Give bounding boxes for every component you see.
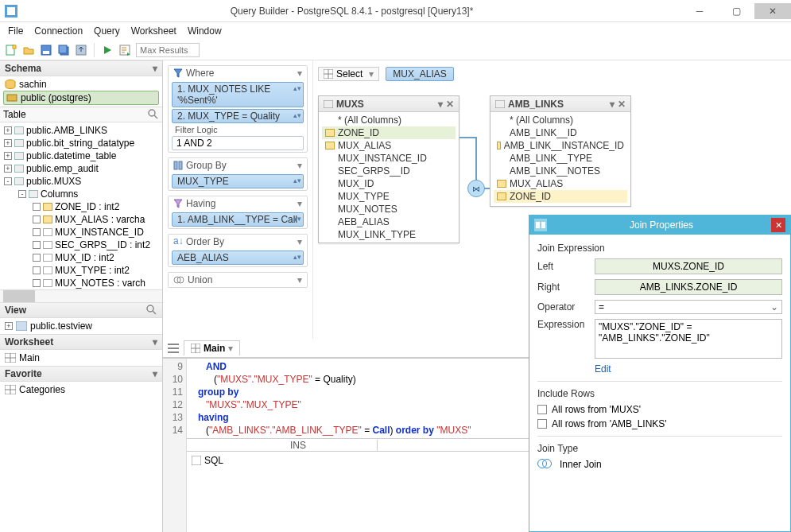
operator-combo[interactable]: =⌄	[595, 300, 782, 314]
expand-icon[interactable]	[33, 216, 41, 223]
tree-node[interactable]: MUX_NOTES : varch	[30, 277, 161, 289]
save-icon[interactable]	[40, 44, 52, 56]
table-tree[interactable]: +public.AMB_LINKS+public.bit_string_data…	[0, 122, 162, 289]
new-icon[interactable]	[5, 44, 17, 56]
where-row-1[interactable]: 1. MUX_NOTES LIKE '%Sent%'▴▾	[172, 82, 304, 107]
tree-node[interactable]: +public.emp_audit	[2, 162, 161, 175]
column-row[interactable]: MUX_ALIAS	[494, 177, 627, 190]
column-row[interactable]: AEB_ALIAS	[322, 216, 456, 228]
horizontal-scrollbar[interactable]	[0, 289, 162, 302]
orderby-header[interactable]: a↓z Order By ▾	[169, 235, 307, 249]
table-window-title[interactable]: AMB_LINKS ▾✕	[490, 96, 630, 112]
save-all-icon[interactable]	[57, 44, 70, 56]
hamburger-icon[interactable]	[168, 344, 179, 353]
favorite-item[interactable]: Categories	[3, 383, 159, 396]
menu-worksheet[interactable]: Worksheet	[131, 25, 176, 37]
column-row[interactable]: * (All Columns)	[322, 114, 456, 126]
select-field-pill[interactable]: MUX_ALIAS	[386, 67, 453, 81]
join-node[interactable]: ⋈	[467, 180, 485, 197]
sql-tab-main[interactable]: Main ▾	[184, 340, 240, 355]
tree-node[interactable]: ZONE_ID : int2	[30, 200, 161, 213]
expand-icon[interactable]	[33, 254, 41, 262]
table-window-muxs[interactable]: MUXS ▾✕ * (All Columns)ZONE_IDMUX_ALIASM…	[318, 95, 459, 243]
tree-node[interactable]: +public.bit_string_datatype	[2, 137, 161, 150]
column-row[interactable]: ZONE_ID	[494, 190, 627, 203]
max-results-input[interactable]	[136, 43, 200, 57]
schema-header[interactable]: Schema ▾	[0, 60, 162, 76]
tree-node[interactable]: MUX_INSTANCE_ID	[30, 226, 161, 239]
open-icon[interactable]	[22, 44, 35, 56]
column-row[interactable]: SEC_GRPS__ID	[322, 165, 456, 177]
expand-icon[interactable]	[33, 228, 41, 236]
expand-icon[interactable]	[33, 203, 41, 211]
expand-icon[interactable]: +	[4, 165, 12, 173]
expand-icon[interactable]: -	[18, 190, 26, 198]
tree-node[interactable]: SEC_GRPS__ID : int2	[30, 239, 161, 251]
run-script-icon[interactable]	[118, 44, 131, 56]
expand-icon[interactable]	[33, 241, 41, 249]
menu-file[interactable]: File	[8, 25, 23, 37]
tree-node[interactable]: +public.AMB_LINKS	[2, 124, 161, 137]
expand-icon[interactable]	[33, 266, 41, 274]
menu-connection[interactable]: Connection	[34, 25, 83, 37]
view-header[interactable]: View	[0, 302, 162, 318]
search-icon[interactable]	[146, 305, 157, 316]
column-row[interactable]: * (All Columns)	[494, 114, 627, 126]
view-item[interactable]: + public.testview	[3, 320, 159, 332]
column-row[interactable]: MUX_ID	[322, 177, 456, 190]
include-left-checkbox[interactable]: All rows from 'MUXS'	[537, 404, 782, 415]
table-window-title[interactable]: MUXS ▾✕	[319, 96, 459, 112]
close-icon[interactable]: ✕	[771, 218, 785, 232]
where-row-2[interactable]: 2. MUX_TYPE = Quality▴▾	[172, 109, 304, 123]
column-row[interactable]: AMB_LINK__NOTES	[494, 165, 627, 177]
expression-field[interactable]: "MUXS"."ZONE_ID" = "AMB_LINKS"."ZONE_ID"	[595, 319, 782, 359]
schema-user[interactable]: sachin	[3, 78, 159, 91]
union-header[interactable]: Union ▾	[169, 273, 307, 287]
column-row[interactable]	[494, 203, 627, 204]
export-icon[interactable]	[75, 44, 87, 56]
groupby-row[interactable]: MUX_TYPE▴▾	[172, 174, 304, 188]
select-dropdown[interactable]: Select ▾	[318, 67, 379, 81]
column-row[interactable]: ZONE_ID	[322, 126, 456, 139]
left-field[interactable]: MUXS.ZONE_ID	[595, 258, 782, 274]
tree-node[interactable]: MUX_ID : int2	[30, 251, 161, 264]
groupby-header[interactable]: Group By ▾	[169, 158, 307, 173]
expand-icon[interactable]	[33, 279, 41, 287]
column-row[interactable]: MUX_ALIAS	[322, 139, 456, 152]
menu-query[interactable]: Query	[94, 25, 120, 37]
having-header[interactable]: Having ▾	[169, 196, 307, 211]
column-row[interactable]: MUX_TYPE	[322, 190, 456, 203]
column-row[interactable]: MUX_NOTES	[322, 203, 456, 216]
tree-node[interactable]: MUX_ALIAS : varcha	[30, 213, 161, 226]
search-icon[interactable]	[148, 109, 159, 120]
orderby-row[interactable]: AEB_ALIAS▴▾	[172, 250, 304, 265]
schema-db-selected[interactable]: public (postgres)	[3, 91, 159, 105]
column-row[interactable]: AMB_LINK__INSTANCE_ID	[494, 139, 627, 152]
minimize-button[interactable]: ─	[681, 3, 718, 19]
column-row[interactable]: AMB_LINK__TYPE	[494, 152, 627, 165]
column-row[interactable]: AMB_LINK__ID	[494, 126, 627, 139]
menu-window[interactable]: Window	[188, 25, 222, 37]
having-row[interactable]: 1. AMB_LINK__TYPE = Call▴▾	[172, 212, 304, 227]
filter-logic-input[interactable]: 1 AND 2	[172, 136, 304, 150]
expand-icon[interactable]: -	[4, 177, 12, 185]
close-icon[interactable]: ✕	[446, 99, 454, 110]
run-icon[interactable]	[101, 44, 114, 56]
join-panel-title-bar[interactable]: Join Properties ✕	[529, 216, 790, 235]
worksheet-item[interactable]: Main	[3, 351, 159, 364]
expand-icon[interactable]: +	[4, 126, 12, 134]
favorite-header[interactable]: Favorite ▾	[0, 366, 162, 382]
column-row[interactable]: MUX_INSTANCE_ID	[322, 152, 456, 165]
edit-link[interactable]: Edit	[595, 363, 782, 375]
include-right-checkbox[interactable]: All rows from 'AMB_LINKS'	[537, 418, 782, 429]
expand-icon[interactable]: +	[5, 322, 13, 330]
column-row[interactable]: MUX_LINK_TYPE	[322, 228, 456, 241]
tree-node[interactable]: -Columns	[16, 188, 161, 200]
expand-icon[interactable]: +	[4, 152, 12, 160]
chevron-down-icon[interactable]: ▾	[438, 99, 443, 110]
where-header[interactable]: Where ▾	[169, 66, 307, 80]
close-button[interactable]: ✕	[754, 3, 791, 19]
right-field[interactable]: AMB_LINKS.ZONE_ID	[595, 279, 782, 295]
tree-node[interactable]: -public.MUXS	[2, 175, 161, 188]
worksheet-header[interactable]: Worksheet ▾	[0, 334, 162, 350]
